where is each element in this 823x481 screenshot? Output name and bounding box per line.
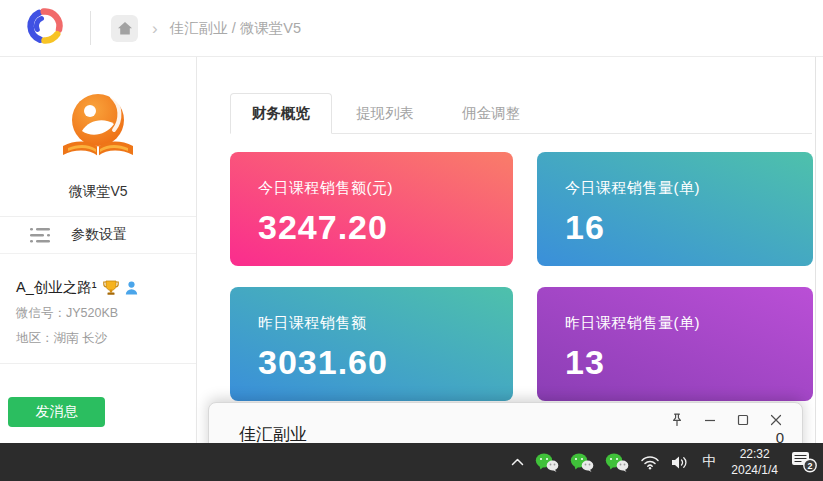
stat-card-yesterday-sales-count: 昨日课程销售量(单) 13 [537,287,813,401]
scrollbar[interactable] [815,57,816,443]
stat-card-label: 昨日课程销售额 [258,314,513,333]
app-name: 微课堂V5 [0,183,196,201]
home-button[interactable] [111,15,138,42]
main-content: 财务概览 提现列表 佣金调整 今日课程销售额(元) 3247.20 今日课程销售… [198,57,823,443]
tab-commission-adjust[interactable]: 佣金调整 [438,94,544,133]
taskbar: 中 22:32 2024/1/4 2 [0,443,823,481]
user-divider [0,363,196,364]
stat-card-label: 今日课程销售额(元) [258,179,513,198]
clock[interactable]: 22:32 2024/1/4 [729,446,780,478]
user-info-block: A_创业之路¹ 微信号：JY52 [0,254,196,347]
browser-logo-icon [25,6,65,50]
stat-card-value: 3247.20 [258,208,513,247]
popup-window-controls [660,408,792,432]
wechat-icon[interactable] [535,453,559,472]
ime-indicator[interactable]: 中 [700,453,718,471]
sidebar: 微课堂V5 参数设置 A_创业之路¹ [0,57,197,443]
screen: › 佳汇副业 / 微课堂V5 微课堂V5 [0,0,823,481]
home-icon [117,21,133,36]
sidebar-item-label: 参数设置 [71,226,127,244]
stat-card-value: 3031.60 [258,343,513,382]
notification-badge: 2 [807,461,812,471]
stat-card-yesterday-sales-amount: 昨日课程销售额 3031.60 [230,287,513,401]
tab-withdrawal-list[interactable]: 提现列表 [332,94,438,133]
breadcrumb-chevron-icon: › [152,20,158,37]
user-name-row: A_创业之路¹ [16,278,180,297]
header-divider [90,11,91,45]
tray-chevron-up-icon[interactable] [511,458,524,466]
member-person-icon [125,281,138,295]
volume-icon[interactable] [671,455,689,470]
send-message-button[interactable]: 发消息 [8,397,105,427]
minimize-icon [704,414,716,426]
maximize-icon [737,414,749,426]
pin-icon [670,413,684,427]
clock-date: 2024/1/4 [731,462,778,478]
stat-card-label: 今日课程销售量(单) [565,179,813,198]
header: › 佳汇副业 / 微课堂V5 [0,0,823,57]
stat-card-label: 昨日课程销售量(单) [565,314,813,333]
system-tray: 中 22:32 2024/1/4 2 [511,443,817,481]
stat-card-value: 13 [565,343,813,382]
wechat-icon[interactable] [605,453,629,472]
stat-card-today-sales-count: 今日课程销售量(单) 16 [537,152,813,266]
close-icon [770,414,782,426]
wechat-icon[interactable] [570,453,594,472]
user-wechat-id: 微信号：JY520KB [16,305,180,322]
user-region: 地区：湖南 长沙 [16,330,180,347]
stat-card-today-sales-amount: 今日课程销售额(元) 3247.20 [230,152,513,266]
stat-cards: 今日课程销售额(元) 3247.20 今日课程销售量(单) 16 昨日课程销售额… [230,152,823,401]
trophy-icon [103,280,119,296]
clock-time: 22:32 [731,446,778,462]
org-logo-icon [54,91,142,171]
notification-center-button[interactable]: 2 [791,451,817,473]
tab-finance-overview[interactable]: 财务概览 [230,93,332,134]
maximize-button[interactable] [726,408,759,432]
minimize-button[interactable] [693,408,726,432]
pin-button[interactable] [660,408,693,432]
sidebar-item-settings[interactable]: 参数设置 [0,217,196,254]
tab-bar: 财务概览 提现列表 佣金调整 [230,93,812,134]
wifi-icon[interactable] [640,454,660,470]
breadcrumb[interactable]: 佳汇副业 / 微课堂V5 [170,19,301,38]
list-settings-icon [30,227,51,244]
stat-card-value: 16 [565,208,813,247]
user-name: A_创业之路¹ [16,278,97,297]
